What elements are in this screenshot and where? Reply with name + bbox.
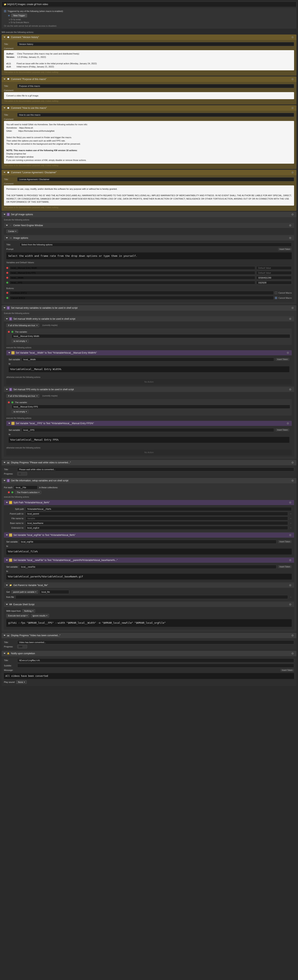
gear-icon[interactable]: ⚙ xyxy=(289,603,292,606)
input-dropdown[interactable]: Nothing xyxy=(22,609,35,613)
gear-icon[interactable]: ⚙ xyxy=(289,388,292,391)
gear-icon[interactable]: ⚙ xyxy=(291,461,295,464)
gear-icon[interactable]: ⚙ xyxy=(291,479,295,482)
gear-icon[interactable]: ⚙ xyxy=(287,422,290,425)
gear-icon[interactable]: ⚙ xyxy=(289,236,292,240)
disclosure-icon[interactable] xyxy=(3,107,5,108)
var-name[interactable] xyxy=(10,271,255,275)
or-execute[interactable]: ∨ Or by Execute Macro xyxy=(4,21,294,24)
gear-icon[interactable]: ⚙ xyxy=(291,213,295,216)
opt-title-input[interactable] xyxy=(20,243,292,247)
disclosure-icon[interactable] xyxy=(8,352,10,353)
add-icon[interactable] xyxy=(11,331,13,333)
gear-icon[interactable]: ⚙ xyxy=(291,36,295,39)
disclosure-icon[interactable] xyxy=(3,307,5,309)
remove-icon[interactable] xyxy=(6,267,8,269)
filename[interactable] xyxy=(26,517,288,520)
progress-value[interactable] xyxy=(17,645,27,648)
result-dropdown[interactable]: ignore results xyxy=(31,614,49,617)
remove-icon[interactable] xyxy=(8,492,10,493)
var-name[interactable] xyxy=(10,276,255,280)
add-icon[interactable] xyxy=(6,297,8,299)
setvar-value[interactable]: %Variable%local_parent%/%Variable%local_… xyxy=(6,574,292,579)
shell-script[interactable]: gifski --fps "$KMVAR_local__FPS" --width… xyxy=(6,619,292,627)
disclosure-icon[interactable] xyxy=(3,653,5,654)
for-var[interactable] xyxy=(14,485,37,489)
var-name[interactable] xyxy=(10,281,255,285)
var-value[interactable] xyxy=(256,281,292,285)
disclosure-icon[interactable] xyxy=(6,560,8,561)
insert-token[interactable]: Insert Token xyxy=(278,565,292,568)
notify-subtitle[interactable] xyxy=(17,663,294,668)
button-input[interactable] xyxy=(10,291,274,295)
enabled-checkbox[interactable] xyxy=(4,10,6,12)
remove-icon[interactable] xyxy=(6,292,8,294)
cond-dropdown[interactable]: is not empty xyxy=(12,410,29,414)
disclosure-icon[interactable] xyxy=(8,423,10,424)
gear-icon[interactable]: ⚙ xyxy=(291,78,295,81)
setvar-value[interactable]: %Variable%local__Manual Entry FPS% xyxy=(9,437,289,443)
disclosure-icon[interactable] xyxy=(3,635,5,636)
disclosure-icon[interactable] xyxy=(3,480,5,481)
getvar[interactable] xyxy=(40,590,69,594)
var-name[interactable] xyxy=(10,266,255,270)
disclosure-icon[interactable] xyxy=(3,214,5,215)
get-dropdown[interactable]: parent path to variable xyxy=(11,590,38,594)
cancel-checkbox[interactable] xyxy=(275,297,277,299)
progress-value[interactable] xyxy=(17,472,27,476)
title-input[interactable] xyxy=(17,113,294,117)
new-trigger-btn[interactable]: New Trigger xyxy=(11,14,27,18)
gear-icon[interactable]: ⚙ xyxy=(289,533,292,537)
if-all-dropdown[interactable]: If all of the following are true: xyxy=(6,324,39,327)
setvar-value[interactable]: %Variable%local_file% xyxy=(6,549,292,555)
setvar-name[interactable] xyxy=(19,540,276,544)
disclosure-icon[interactable] xyxy=(6,535,8,536)
var-value[interactable] xyxy=(256,271,292,275)
disclosure-icon[interactable] xyxy=(3,172,5,173)
setvar-name[interactable] xyxy=(19,565,276,569)
gear-icon[interactable]: ⚙ xyxy=(289,558,292,562)
var-value[interactable] xyxy=(256,266,292,270)
if-all-dropdown[interactable]: If all of the following are true: xyxy=(6,394,39,398)
comment-body[interactable]: Permission to use, copy, modify, and/or … xyxy=(4,185,294,205)
notify-title[interactable] xyxy=(17,659,294,662)
progress-title[interactable] xyxy=(17,468,294,471)
comment-body[interactable]: Convert a video file to a gif image. xyxy=(4,92,294,99)
var-input[interactable] xyxy=(12,405,290,409)
add-icon[interactable] xyxy=(11,492,13,493)
gear-icon[interactable]: ⚙ xyxy=(289,224,292,227)
sound-dropdown[interactable]: None xyxy=(16,680,27,684)
gear-icon[interactable]: ⚙ xyxy=(289,584,292,587)
insert-token[interactable]: Insert Token xyxy=(276,428,289,431)
disclosure-icon[interactable] xyxy=(3,462,5,463)
disclosure-icon[interactable] xyxy=(6,389,8,390)
extension[interactable] xyxy=(26,526,288,530)
var-input[interactable] xyxy=(12,334,290,338)
prompt-text[interactable]: Select the width and frame rate from the… xyxy=(6,253,292,259)
title-input[interactable] xyxy=(17,84,294,88)
setvar-name[interactable] xyxy=(22,428,274,432)
remove-icon[interactable] xyxy=(6,277,8,279)
disclosure-icon[interactable] xyxy=(6,502,8,503)
remove-icon[interactable] xyxy=(8,331,10,333)
gear-icon[interactable]: ⚙ xyxy=(291,634,295,637)
gear-icon[interactable]: ⚙ xyxy=(291,652,295,655)
button-input[interactable] xyxy=(10,296,274,300)
gear-icon[interactable]: ⚙ xyxy=(289,317,292,320)
add-icon[interactable] xyxy=(11,401,13,403)
disclosure-icon[interactable] xyxy=(3,79,5,80)
disclosure-icon[interactable] xyxy=(6,585,8,586)
add-icon[interactable] xyxy=(6,282,8,283)
insert-token[interactable]: Insert Token xyxy=(278,248,292,251)
gear-icon[interactable]: ⚙ xyxy=(291,306,295,310)
disclosure-icon[interactable] xyxy=(6,318,8,320)
split-path[interactable] xyxy=(26,507,292,511)
insert-token[interactable]: Insert Token xyxy=(276,358,289,361)
setvar-value[interactable]: %Variable%local__Manual Entry Width% xyxy=(9,366,289,372)
center-dropdown[interactable]: Center xyxy=(6,229,18,233)
finder-sel[interactable]: The Finder's selection xyxy=(15,491,41,494)
insert-token[interactable]: Insert Token xyxy=(278,540,292,543)
cancel-checkbox[interactable] xyxy=(275,292,277,294)
var-value[interactable] xyxy=(256,276,292,280)
disclosure-icon[interactable] xyxy=(6,225,8,226)
